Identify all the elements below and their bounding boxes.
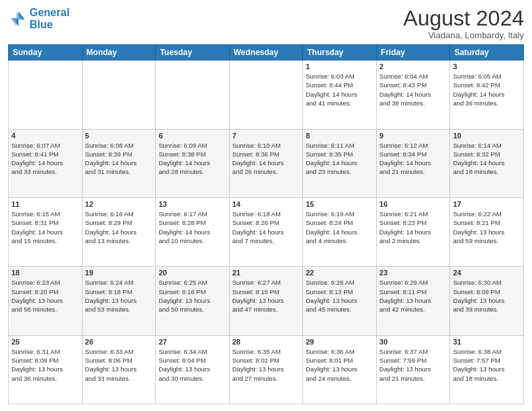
month-title: August 2024 [403,7,524,30]
calendar-table: SundayMondayTuesdayWednesdayThursdayFrid… [8,44,524,404]
day-number: 9 [380,132,447,140]
day-info: Sunrise: 6:29 AMSunset: 8:11 PMDaylight:… [380,278,447,314]
day-info: Sunrise: 6:05 AMSunset: 8:42 PMDaylight:… [453,72,521,107]
day-number: 8 [306,132,373,140]
day-info: Sunrise: 6:30 AMSunset: 8:09 PMDaylight:… [453,278,521,314]
day-cell: 16Sunrise: 6:21 AMSunset: 8:23 PMDayligh… [376,197,450,266]
day-info: Sunrise: 6:22 AMSunset: 8:21 PMDaylight:… [453,210,521,245]
day-number: 1 [306,62,373,71]
day-number: 28 [232,338,300,346]
day-cell: 12Sunrise: 6:16 AMSunset: 8:29 PMDayligh… [82,197,156,266]
day-number: 3 [453,62,521,71]
day-number: 20 [159,269,226,277]
day-info: Sunrise: 6:23 AMSunset: 8:20 PMDaylight:… [11,278,79,314]
day-number: 31 [453,338,521,346]
day-info: Sunrise: 6:14 AMSunset: 8:32 PMDaylight:… [453,141,521,177]
day-cell: 15Sunrise: 6:19 AMSunset: 8:24 PMDayligh… [303,197,377,266]
day-info: Sunrise: 6:08 AMSunset: 8:39 PMDaylight:… [85,141,153,177]
day-cell: 23Sunrise: 6:29 AMSunset: 8:11 PMDayligh… [376,267,450,335]
day-info: Sunrise: 6:24 AMSunset: 8:18 PMDaylight:… [85,278,153,314]
day-info: Sunrise: 6:19 AMSunset: 8:24 PMDaylight:… [306,210,373,245]
day-number: 26 [85,338,153,346]
weekday-header-monday: Monday [82,45,156,60]
day-info: Sunrise: 6:12 AMSunset: 8:34 PMDaylight:… [380,141,447,177]
day-cell: 2Sunrise: 6:04 AMSunset: 8:43 PMDaylight… [376,60,450,129]
day-number: 23 [380,269,447,277]
day-cell: 3Sunrise: 6:05 AMSunset: 8:42 PMDaylight… [450,60,524,129]
weekday-header-wednesday: Wednesday [229,45,303,60]
weekday-header-friday: Friday [376,45,450,60]
day-cell: 11Sunrise: 6:15 AMSunset: 8:31 PMDayligh… [9,197,83,266]
day-cell: 22Sunrise: 6:28 AMSunset: 8:13 PMDayligh… [303,267,377,335]
day-number: 7 [232,132,300,140]
day-cell: 10Sunrise: 6:14 AMSunset: 8:32 PMDayligh… [450,129,524,197]
day-cell: 26Sunrise: 6:33 AMSunset: 8:06 PMDayligh… [82,335,156,404]
logo: General Blue [8,7,70,30]
day-cell [229,60,303,129]
day-cell: 9Sunrise: 6:12 AMSunset: 8:34 PMDaylight… [376,129,450,197]
day-info: Sunrise: 6:11 AMSunset: 8:35 PMDaylight:… [306,141,373,177]
day-info: Sunrise: 6:31 AMSunset: 8:08 PMDaylight:… [11,347,79,383]
day-cell: 7Sunrise: 6:10 AMSunset: 8:36 PMDaylight… [229,129,303,197]
day-cell: 6Sunrise: 6:09 AMSunset: 8:38 PMDaylight… [156,129,230,197]
day-info: Sunrise: 6:38 AMSunset: 7:57 PMDaylight:… [453,347,521,383]
day-info: Sunrise: 6:18 AMSunset: 8:26 PMDaylight:… [232,210,300,245]
day-number: 21 [232,269,300,277]
day-cell: 27Sunrise: 6:34 AMSunset: 8:04 PMDayligh… [156,335,230,404]
day-number: 4 [11,132,79,140]
day-cell [9,60,83,129]
day-number: 25 [11,338,79,346]
day-info: Sunrise: 6:21 AMSunset: 8:23 PMDaylight:… [380,210,447,245]
day-info: Sunrise: 6:28 AMSunset: 8:13 PMDaylight:… [306,278,373,314]
day-cell: 1Sunrise: 6:03 AMSunset: 8:44 PMDaylight… [303,60,377,129]
day-cell: 19Sunrise: 6:24 AMSunset: 8:18 PMDayligh… [82,267,156,335]
day-cell: 28Sunrise: 6:35 AMSunset: 8:02 PMDayligh… [229,335,303,404]
svg-marker-1 [10,11,23,26]
week-row-5: 25Sunrise: 6:31 AMSunset: 8:08 PMDayligh… [9,335,524,404]
day-info: Sunrise: 6:15 AMSunset: 8:31 PMDaylight:… [11,210,79,245]
day-number: 22 [306,269,373,277]
day-number: 6 [159,132,226,140]
day-number: 12 [85,200,153,208]
day-number: 11 [11,200,79,208]
calendar-body: 1Sunrise: 6:03 AMSunset: 8:44 PMDaylight… [9,60,524,404]
day-number: 29 [306,338,373,346]
day-info: Sunrise: 6:34 AMSunset: 8:04 PMDaylight:… [159,347,226,383]
day-info: Sunrise: 6:10 AMSunset: 8:36 PMDaylight:… [232,141,300,177]
header: General Blue August 2024 Viadana, Lombar… [8,7,524,40]
weekday-row: SundayMondayTuesdayWednesdayThursdayFrid… [9,45,524,60]
day-number: 17 [453,200,521,208]
day-number: 24 [453,269,521,277]
week-row-2: 4Sunrise: 6:07 AMSunset: 8:41 PMDaylight… [9,129,524,197]
calendar-header: SundayMondayTuesdayWednesdayThursdayFrid… [9,45,524,60]
weekday-header-thursday: Thursday [303,45,377,60]
day-number: 30 [380,338,447,346]
day-info: Sunrise: 6:17 AMSunset: 8:28 PMDaylight:… [159,210,226,245]
day-cell [156,60,230,129]
day-info: Sunrise: 6:03 AMSunset: 8:44 PMDaylight:… [306,72,373,107]
day-info: Sunrise: 6:16 AMSunset: 8:29 PMDaylight:… [85,210,153,245]
logo-blue: Blue [30,19,53,30]
title-block: August 2024 Viadana, Lombardy, Italy [403,7,524,40]
day-cell: 5Sunrise: 6:08 AMSunset: 8:39 PMDaylight… [82,129,156,197]
day-info: Sunrise: 6:09 AMSunset: 8:38 PMDaylight:… [159,141,226,177]
day-cell: 18Sunrise: 6:23 AMSunset: 8:20 PMDayligh… [9,267,83,335]
day-number: 13 [159,200,226,208]
day-info: Sunrise: 6:33 AMSunset: 8:06 PMDaylight:… [85,347,153,383]
weekday-header-tuesday: Tuesday [156,45,230,60]
day-info: Sunrise: 6:25 AMSunset: 8:16 PMDaylight:… [159,278,226,314]
day-cell: 13Sunrise: 6:17 AMSunset: 8:28 PMDayligh… [156,197,230,266]
page: General Blue August 2024 Viadana, Lombar… [0,0,532,411]
weekday-header-sunday: Sunday [9,45,83,60]
day-cell: 8Sunrise: 6:11 AMSunset: 8:35 PMDaylight… [303,129,377,197]
day-number: 14 [232,200,300,208]
day-cell: 21Sunrise: 6:27 AMSunset: 8:15 PMDayligh… [229,267,303,335]
day-cell: 29Sunrise: 6:36 AMSunset: 8:01 PMDayligh… [303,335,377,404]
day-cell: 30Sunrise: 6:37 AMSunset: 7:59 PMDayligh… [376,335,450,404]
day-info: Sunrise: 6:07 AMSunset: 8:41 PMDaylight:… [11,141,79,177]
day-info: Sunrise: 6:37 AMSunset: 7:59 PMDaylight:… [380,347,447,383]
day-info: Sunrise: 6:27 AMSunset: 8:15 PMDaylight:… [232,278,300,314]
day-info: Sunrise: 6:35 AMSunset: 8:02 PMDaylight:… [232,347,300,383]
week-row-3: 11Sunrise: 6:15 AMSunset: 8:31 PMDayligh… [9,197,524,266]
day-number: 18 [11,269,79,277]
